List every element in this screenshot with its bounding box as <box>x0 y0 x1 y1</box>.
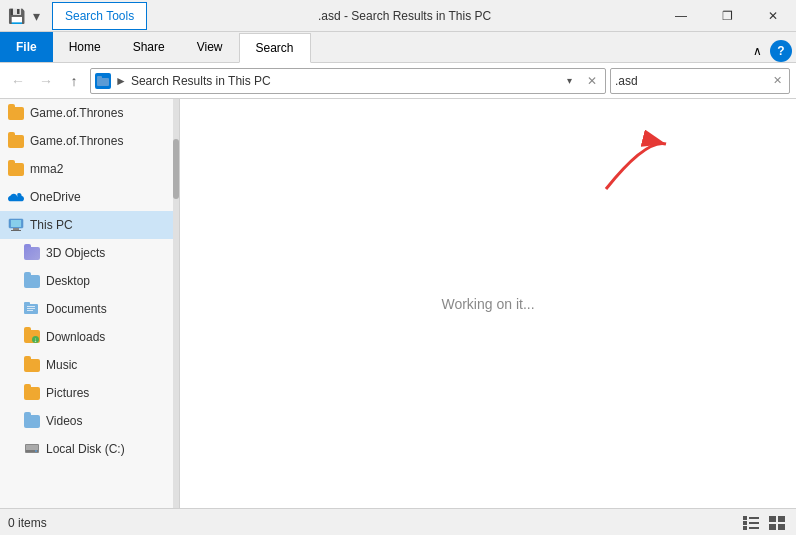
save-icon[interactable]: 💾 <box>8 8 24 24</box>
sidebar-item-3dobjects[interactable]: 3D Objects <box>0 239 179 267</box>
large-icons-view-button[interactable] <box>766 512 788 534</box>
close-button[interactable]: ✕ <box>750 0 796 32</box>
svg-rect-23 <box>778 516 785 522</box>
svg-rect-4 <box>13 228 19 230</box>
svg-rect-25 <box>778 524 785 530</box>
sidebar-item-label: Local Disk (C:) <box>46 442 125 456</box>
back-button[interactable]: ← <box>6 69 30 93</box>
forward-button[interactable]: → <box>34 69 58 93</box>
sidebar-item-got1[interactable]: Game.of.Thrones <box>0 99 179 127</box>
svg-rect-9 <box>27 308 35 309</box>
window-title: .asd - Search Results in This PC <box>151 9 658 23</box>
status-items-count: 0 items <box>8 516 47 530</box>
ribbon-tabs: File Home Share View Search ∧ ? <box>0 32 796 62</box>
folder-docs-icon <box>24 301 40 317</box>
sidebar-item-videos[interactable]: Videos <box>0 407 179 435</box>
scrollbar-thumb[interactable] <box>173 139 179 199</box>
svg-rect-18 <box>743 526 747 530</box>
sidebar-item-onedrive[interactable]: OneDrive <box>0 183 179 211</box>
title-bar: 💾 ▾ Search Tools .asd - Search Results i… <box>0 0 796 32</box>
help-button[interactable]: ? <box>770 40 792 62</box>
folder-videos-icon <box>24 413 40 429</box>
sidebar-item-desktop[interactable]: Desktop <box>0 267 179 295</box>
addressbar-clear-button[interactable]: ✕ <box>583 72 601 90</box>
sidebar-item-label: mma2 <box>30 162 63 176</box>
arrow-indicator <box>596 129 676 202</box>
svg-rect-0 <box>97 78 109 86</box>
view-toggle-buttons <box>740 512 788 534</box>
sidebar-item-label: Downloads <box>46 330 105 344</box>
folder-3d-icon <box>24 245 40 261</box>
sidebar-item-label: 3D Objects <box>46 246 105 260</box>
sidebar-item-label: Desktop <box>46 274 90 288</box>
svg-rect-7 <box>24 302 30 305</box>
statusbar: 0 items <box>0 508 796 535</box>
sidebar-item-mma2[interactable]: mma2 <box>0 155 179 183</box>
addressbar-folder-icon <box>95 73 111 89</box>
thispc-icon <box>8 217 24 233</box>
tab-file[interactable]: File <box>0 32 53 62</box>
addressbar-row: ← → ↑ ► Search Results in This PC ▾ ✕ ✕ <box>0 63 796 99</box>
sidebar-item-got2[interactable]: Game.of.Thrones <box>0 127 179 155</box>
folder-desktop-icon <box>24 273 40 289</box>
sidebar-item-label: This PC <box>30 218 73 232</box>
sidebar: Game.of.Thrones Game.of.Thrones mma2 One… <box>0 99 180 508</box>
sidebar-item-label: Pictures <box>46 386 89 400</box>
sidebar-item-label: OneDrive <box>30 190 81 204</box>
svg-rect-5 <box>11 230 21 231</box>
svg-rect-16 <box>743 516 747 520</box>
sidebar-item-pictures[interactable]: Pictures <box>0 379 179 407</box>
svg-rect-21 <box>749 527 759 529</box>
search-input[interactable] <box>615 74 769 88</box>
sidebar-item-localdisk[interactable]: Local Disk (C:) <box>0 435 179 463</box>
working-text: Working on it... <box>441 296 534 312</box>
tab-home[interactable]: Home <box>53 32 117 62</box>
quick-access-toolbar: 💾 ▾ <box>0 8 52 24</box>
svg-rect-17 <box>743 521 747 525</box>
tab-search[interactable]: Search <box>239 33 311 63</box>
sidebar-item-label: Videos <box>46 414 82 428</box>
addressbar-path: Search Results in This PC <box>131 74 555 88</box>
svg-rect-1 <box>97 76 102 79</box>
svg-rect-22 <box>769 516 776 522</box>
address-bar[interactable]: ► Search Results in This PC ▾ ✕ <box>90 68 606 94</box>
window-controls: — ❐ ✕ <box>658 0 796 32</box>
search-clear-icon[interactable]: ✕ <box>769 73 785 89</box>
svg-rect-10 <box>27 310 33 311</box>
sidebar-item-documents[interactable]: Documents <box>0 295 179 323</box>
folder-icon <box>8 161 24 177</box>
tab-share[interactable]: Share <box>117 32 181 62</box>
folder-pictures-icon <box>24 385 40 401</box>
svg-rect-19 <box>749 517 759 519</box>
folder-icon <box>8 105 24 121</box>
tab-view[interactable]: View <box>181 32 239 62</box>
ribbon: File Home Share View Search ∧ ? <box>0 32 796 63</box>
minimize-button[interactable]: — <box>658 0 704 32</box>
main-area: Game.of.Thrones Game.of.Thrones mma2 One… <box>0 99 796 508</box>
details-view-button[interactable] <box>740 512 762 534</box>
svg-rect-24 <box>769 524 776 530</box>
qat-dropdown-icon[interactable]: ▾ <box>28 8 44 24</box>
onedrive-icon <box>8 189 24 205</box>
scrollbar-track[interactable] <box>173 99 179 508</box>
sidebar-item-thispc[interactable]: This PC <box>0 211 179 239</box>
sidebar-item-label: Game.of.Thrones <box>30 106 123 120</box>
ribbon-collapse-icon[interactable]: ∧ <box>749 40 766 62</box>
addressbar-dropdown-icon[interactable]: ▾ <box>559 71 579 91</box>
search-tools-tab[interactable]: Search Tools <box>52 2 147 30</box>
sidebar-item-downloads[interactable]: ↓ Downloads <box>0 323 179 351</box>
search-box[interactable]: ✕ <box>610 68 790 94</box>
svg-rect-20 <box>749 522 759 524</box>
folder-icon <box>8 133 24 149</box>
svg-rect-3 <box>11 220 21 227</box>
sidebar-item-label: Game.of.Thrones <box>30 134 123 148</box>
content-area: Working on it... <box>180 99 796 508</box>
local-disk-icon <box>24 441 40 457</box>
sidebar-item-label: Documents <box>46 302 107 316</box>
sidebar-item-label: Music <box>46 358 77 372</box>
up-button[interactable]: ↑ <box>62 69 86 93</box>
addressbar-separator: ► <box>115 74 127 88</box>
folder-downloads-icon: ↓ <box>24 329 40 345</box>
maximize-button[interactable]: ❐ <box>704 0 750 32</box>
sidebar-item-music[interactable]: Music <box>0 351 179 379</box>
